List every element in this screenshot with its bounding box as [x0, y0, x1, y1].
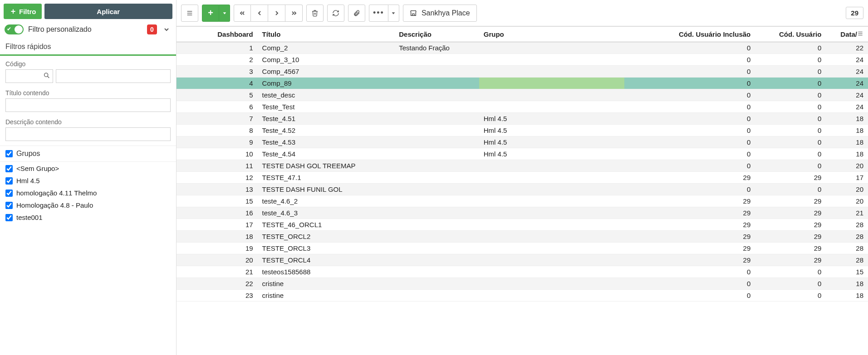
cell-dashboard[interactable]: 1: [177, 42, 258, 54]
cell-grupo[interactable]: [479, 219, 624, 231]
cell-descricao[interactable]: [394, 148, 479, 160]
cell-titulo[interactable]: Teste_4.53: [258, 136, 395, 148]
table-row[interactable]: 1Comp_2Testando Fração0022: [177, 42, 868, 54]
table-row[interactable]: 22cristine0018: [177, 278, 868, 290]
cell-descricao[interactable]: [394, 231, 479, 243]
cell-data[interactable]: 20: [826, 184, 868, 195]
cell-dashboard[interactable]: 3: [177, 66, 258, 78]
cell-grupo[interactable]: [479, 290, 624, 302]
cell-cod_usuario_inclusao[interactable]: 0: [624, 101, 755, 113]
cell-cod_usuario_inclusao[interactable]: 29: [624, 254, 755, 266]
cell-data[interactable]: 24: [826, 66, 868, 78]
table-row[interactable]: 18TESTE_ORCL2292928: [177, 231, 868, 243]
cell-dashboard[interactable]: 6: [177, 101, 258, 113]
delete-button[interactable]: [306, 5, 324, 22]
cell-descricao[interactable]: [394, 125, 479, 136]
table-row[interactable]: 13TESTE DASH FUNIL GOL0020: [177, 184, 868, 195]
cell-titulo[interactable]: TESTE_47.1: [258, 172, 395, 184]
cell-grupo[interactable]: Hml 4.5: [479, 136, 624, 148]
cell-cod_usuario[interactable]: 0: [755, 89, 826, 101]
group-item[interactable]: <Sem Grupo>: [5, 165, 171, 172]
expand-filters-button[interactable]: [162, 24, 172, 34]
cell-titulo[interactable]: teste_desc: [258, 89, 395, 101]
cell-cod_usuario[interactable]: 0: [755, 66, 826, 78]
cell-cod_usuario_inclusao[interactable]: 29: [624, 219, 755, 231]
cell-grupo[interactable]: [479, 184, 624, 195]
cell-cod_usuario[interactable]: 0: [755, 148, 826, 160]
cell-dashboard[interactable]: 22: [177, 278, 258, 290]
refresh-button[interactable]: [327, 5, 344, 22]
cell-grupo[interactable]: [479, 231, 624, 243]
table-row[interactable]: 7Teste_4.51Hml 4.50018: [177, 113, 868, 125]
cell-descricao[interactable]: [394, 254, 479, 266]
cell-descricao[interactable]: [394, 195, 479, 207]
cell-data[interactable]: 15: [826, 266, 868, 278]
cell-data[interactable]: 18: [826, 148, 868, 160]
table-row[interactable]: 12TESTE_47.1292917: [177, 172, 868, 184]
cell-cod_usuario_inclusao[interactable]: 0: [624, 278, 755, 290]
cell-titulo[interactable]: teste_4.6_3: [258, 207, 395, 219]
cell-cod_usuario_inclusao[interactable]: 29: [624, 207, 755, 219]
nav-last-button[interactable]: [285, 5, 303, 22]
cell-dashboard[interactable]: 9: [177, 136, 258, 148]
cell-cod_usuario[interactable]: 0: [755, 113, 826, 125]
cell-grupo[interactable]: Hml 4.5: [479, 113, 624, 125]
column-header-cod_usuario[interactable]: Cód. Usuário: [755, 27, 826, 42]
titulo-input[interactable]: [5, 98, 171, 112]
cell-data[interactable]: 20: [826, 160, 868, 172]
cell-descricao[interactable]: Testando Fração: [394, 42, 479, 54]
cell-cod_usuario_inclusao[interactable]: 0: [624, 136, 755, 148]
table-row[interactable]: 3Comp_45670024: [177, 66, 868, 78]
cell-data[interactable]: 17: [826, 172, 868, 184]
add-filter-button[interactable]: + Filtro: [4, 4, 42, 19]
cell-grupo[interactable]: [479, 195, 624, 207]
cell-cod_usuario[interactable]: 29: [755, 219, 826, 231]
cell-cod_usuario[interactable]: 0: [755, 184, 826, 195]
sankhya-place-button[interactable]: Sankhya Place: [403, 5, 477, 22]
cell-grupo[interactable]: [479, 89, 624, 101]
table-row[interactable]: 16teste_4.6_3292921: [177, 207, 868, 219]
cell-grupo[interactable]: [479, 42, 624, 54]
group-item[interactable]: homologação 4.11 Thelmo: [5, 189, 171, 197]
add-record-dropdown[interactable]: [219, 5, 230, 22]
table-row[interactable]: 11TESTE DASH GOL TREEMAP0020: [177, 160, 868, 172]
cell-grupo[interactable]: [479, 254, 624, 266]
table-row[interactable]: 20TESTE_ORCL4292928: [177, 254, 868, 266]
cell-dashboard[interactable]: 17: [177, 219, 258, 231]
table-row[interactable]: 15teste_4.6_2292920: [177, 195, 868, 207]
cell-cod_usuario_inclusao[interactable]: 0: [624, 160, 755, 172]
cell-data[interactable]: 24: [826, 101, 868, 113]
cell-grupo[interactable]: Hml 4.5: [479, 148, 624, 160]
table-row[interactable]: 23cristine0018: [177, 290, 868, 302]
cell-grupo[interactable]: [479, 278, 624, 290]
cell-grupo[interactable]: Hml 4.5: [479, 125, 624, 136]
column-header-descricao[interactable]: Descrição: [394, 27, 479, 42]
cell-dashboard[interactable]: 13: [177, 184, 258, 195]
table-row[interactable]: 6Teste_Test0024: [177, 101, 868, 113]
apply-button[interactable]: Aplicar: [44, 4, 173, 19]
group-checkbox[interactable]: [5, 177, 13, 185]
cell-cod_usuario[interactable]: 29: [755, 172, 826, 184]
cell-descricao[interactable]: [394, 172, 479, 184]
group-item[interactable]: teste001: [5, 214, 171, 221]
group-checkbox[interactable]: [5, 190, 13, 197]
cell-titulo[interactable]: Teste_Test: [258, 101, 395, 113]
cell-cod_usuario_inclusao[interactable]: 0: [624, 266, 755, 278]
cell-titulo[interactable]: testeos1585688: [258, 266, 395, 278]
cell-grupo[interactable]: [479, 243, 624, 254]
cell-cod_usuario_inclusao[interactable]: 0: [624, 66, 755, 78]
cell-cod_usuario_inclusao[interactable]: 29: [624, 195, 755, 207]
cell-titulo[interactable]: Teste_4.54: [258, 148, 395, 160]
cell-cod_usuario[interactable]: 29: [755, 243, 826, 254]
cell-titulo[interactable]: TESTE DASH GOL TREEMAP: [258, 160, 395, 172]
cell-data[interactable]: 21: [826, 207, 868, 219]
cell-titulo[interactable]: TESTE_ORCL2: [258, 231, 395, 243]
cell-cod_usuario[interactable]: 0: [755, 290, 826, 302]
cell-dashboard[interactable]: 20: [177, 254, 258, 266]
column-header-grupo[interactable]: Grupo: [479, 27, 624, 42]
cell-titulo[interactable]: cristine: [258, 290, 395, 302]
add-record-button[interactable]: +: [202, 5, 219, 22]
cell-data[interactable]: 24: [826, 89, 868, 101]
cell-descricao[interactable]: [394, 66, 479, 78]
attachment-button[interactable]: [348, 5, 365, 22]
